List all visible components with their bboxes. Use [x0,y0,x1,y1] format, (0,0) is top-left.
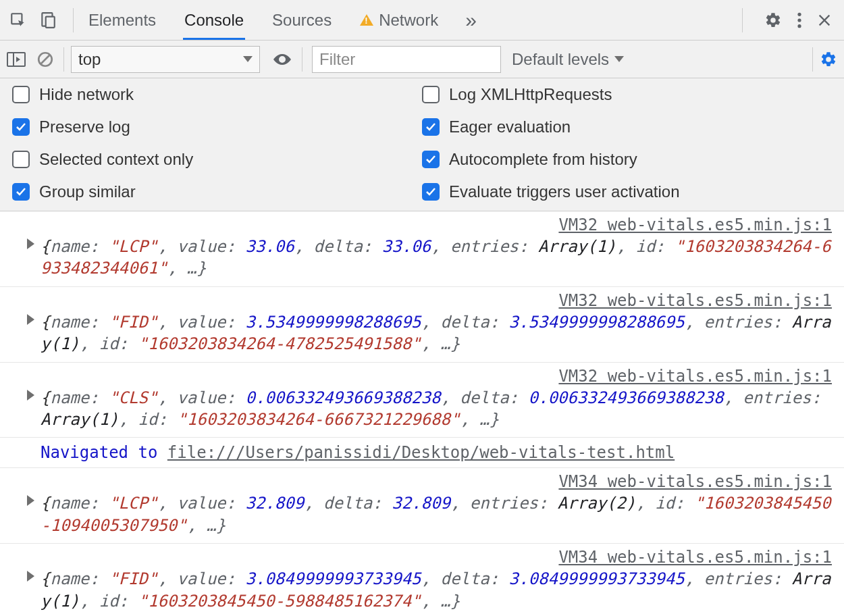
svg-rect-2 [46,16,55,27]
log-source-link[interactable]: VM34 web-vitals.es5.min.js:1 [41,472,832,491]
checkbox-icon [12,86,30,103]
disclosure-triangle-icon[interactable] [27,571,34,582]
tab-label: Network [379,11,438,30]
chevron-down-icon [243,56,253,62]
checkbox-user-activation[interactable]: Evaluate triggers user activation [422,182,832,201]
console-settings-gear-icon[interactable] [820,51,837,68]
checkbox-icon [422,86,440,103]
nav-label: Navigated to [41,443,167,462]
warning-icon [360,14,373,26]
console-log-area: VM32 web-vitals.es5.min.js:1 {name: "LCP… [0,211,844,616]
tab-label: Console [184,11,244,30]
eye-icon[interactable] [272,52,292,67]
tab-label: Elements [88,11,156,30]
tab-sources[interactable]: Sources [271,1,333,39]
checkbox-icon [12,183,30,201]
log-levels-select[interactable]: Default levels [512,50,624,69]
checkbox-label: Autocomplete from history [449,150,637,169]
close-icon[interactable] [817,13,832,28]
separator [73,8,74,32]
disclosure-triangle-icon[interactable] [27,390,34,401]
svg-point-11 [281,57,284,61]
log-source-link[interactable]: VM34 web-vitals.es5.min.js:1 [41,548,832,567]
filter-input[interactable] [312,46,501,73]
checkbox-label: Hide network [39,85,134,104]
checkbox-label: Log XMLHttpRequests [449,85,612,104]
log-source-link[interactable]: VM32 web-vitals.es5.min.js:1 [41,291,832,310]
log-entry[interactable]: VM32 web-vitals.es5.min.js:1 {name: "CLS… [0,363,844,438]
svg-line-10 [41,55,50,63]
checkbox-label: Evaluate triggers user activation [449,182,680,201]
log-object[interactable]: {name: "LCP", value: 33.06, delta: 33.06… [41,236,832,280]
nav-url-link[interactable]: file:///Users/panissidi/Desktop/web-vita… [167,443,675,462]
tabbar-left-icons [5,11,66,29]
checkbox-group-similar[interactable]: Group similar [12,182,422,201]
console-settings-panel: Hide network Log XMLHttpRequests Preserv… [0,78,844,211]
checkbox-hide-network[interactable]: Hide network [12,85,422,104]
tabs: Elements Console Sources Network » [80,1,735,39]
svg-point-4 [797,18,801,22]
log-entry[interactable]: VM32 web-vitals.es5.min.js:1 {name: "LCP… [0,211,844,287]
log-entry[interactable]: VM34 web-vitals.es5.min.js:1 {name: "FID… [0,544,844,616]
levels-label: Default levels [512,50,609,69]
devtools-tabbar: Elements Console Sources Network » [0,0,844,41]
separator [742,8,743,32]
svg-point-5 [797,24,801,28]
disclosure-triangle-icon[interactable] [27,314,34,325]
checkbox-icon [422,151,440,168]
log-source-link[interactable]: VM32 web-vitals.es5.min.js:1 [41,367,832,386]
tab-label: Sources [272,11,332,30]
log-source-link[interactable]: VM32 web-vitals.es5.min.js:1 [41,215,832,234]
checkbox-label: Preserve log [39,118,130,136]
svg-marker-8 [16,57,20,62]
checkbox-eager-eval[interactable]: Eager evaluation [422,118,832,136]
checkbox-icon [12,151,30,168]
console-toolbar: top Default levels [0,41,844,78]
tabbar-right-icons [735,8,839,32]
log-entry[interactable]: VM32 web-vitals.es5.min.js:1 {name: "FID… [0,287,844,363]
log-object[interactable]: {name: "FID", value: 3.0849999993733945,… [41,568,832,612]
log-entry[interactable]: VM34 web-vitals.es5.min.js:1 {name: "LCP… [0,468,844,544]
checkbox-label: Selected context only [39,150,193,169]
clear-console-icon[interactable] [36,51,54,68]
context-value: top [78,50,101,69]
separator [63,47,64,72]
tab-elements[interactable]: Elements [87,1,157,39]
checkbox-icon [422,118,440,136]
separator [302,47,302,72]
sidebar-toggle-icon[interactable] [7,51,26,68]
checkbox-icon [12,118,30,136]
log-object[interactable]: {name: "FID", value: 3.5349999998288695,… [41,311,832,355]
checkbox-label: Group similar [39,182,136,201]
more-tabs-icon[interactable]: » [465,9,477,32]
disclosure-triangle-icon[interactable] [27,238,34,249]
device-toolbar-icon[interactable] [39,11,57,29]
log-object[interactable]: {name: "LCP", value: 32.809, delta: 32.8… [41,492,832,536]
navigation-entry: Navigated to file:///Users/panissidi/Des… [0,438,844,468]
tab-console[interactable]: Console [183,1,245,39]
chevron-down-icon [614,56,624,62]
kebab-icon[interactable] [797,11,802,29]
tab-network[interactable]: Network [359,1,440,39]
checkbox-preserve-log[interactable]: Preserve log [12,118,422,136]
checkbox-selected-context[interactable]: Selected context only [12,150,422,169]
separator [812,47,813,72]
checkbox-log-xhr[interactable]: Log XMLHttpRequests [422,85,832,104]
disclosure-triangle-icon[interactable] [27,495,34,506]
context-select[interactable]: top [71,46,260,73]
svg-point-3 [797,12,801,16]
checkbox-label: Eager evaluation [449,118,571,136]
checkbox-icon [422,183,440,201]
gear-icon[interactable] [764,11,782,29]
log-object[interactable]: {name: "CLS", value: 0.00633249366938823… [41,387,832,431]
checkbox-autocomplete-history[interactable]: Autocomplete from history [422,150,832,169]
inspect-icon[interactable] [9,11,27,29]
